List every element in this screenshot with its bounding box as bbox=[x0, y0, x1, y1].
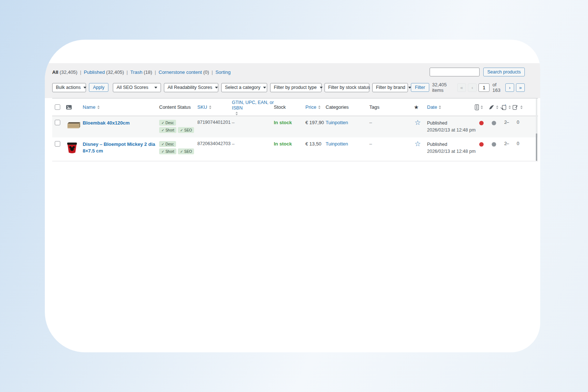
next-page-button[interactable]: › bbox=[505, 83, 514, 92]
featured-star-toggle[interactable]: ☆ bbox=[412, 116, 427, 126]
view-trash-link[interactable]: Trash (18) bbox=[130, 69, 153, 75]
seo-scores-select[interactable]: All SEO Scores bbox=[113, 83, 161, 92]
date-cell: Published 2026/02/13 at 12:48 pm bbox=[427, 137, 475, 155]
stock-status-select[interactable]: Filter by stock status bbox=[325, 83, 369, 92]
featured-star-toggle[interactable]: ☆ bbox=[412, 137, 427, 147]
sku-value: 8720634042703 bbox=[197, 137, 232, 146]
product-type-select[interactable]: Filter by product type bbox=[270, 83, 322, 92]
product-name-link[interactable]: Disney – Bloempot Mickey 2 dia 8×7.5 cm bbox=[83, 141, 159, 154]
separator: | bbox=[126, 69, 128, 75]
filter-button[interactable]: Filter bbox=[411, 83, 429, 92]
category-link[interactable]: Tuinpotten bbox=[326, 141, 348, 147]
sort-arrows-icon bbox=[209, 105, 211, 109]
thumbnail-column-header bbox=[66, 105, 83, 109]
chevron-down-icon bbox=[263, 87, 266, 89]
tags-column-header: Tags bbox=[369, 104, 412, 110]
price-value: € 13,50 bbox=[305, 137, 326, 147]
readability-gray-dot-icon bbox=[492, 142, 496, 147]
seo-score-indicator bbox=[475, 137, 489, 148]
products-table: Name Content Status SKU GTIN, UPC, EAN, … bbox=[52, 98, 538, 161]
seo-score-red-dot-icon bbox=[479, 142, 484, 147]
star-icon: ★ bbox=[414, 104, 419, 111]
readability-score-column-header[interactable] bbox=[489, 105, 501, 110]
current-page-input[interactable] bbox=[478, 83, 490, 92]
star-outline-icon: ☆ bbox=[415, 119, 421, 126]
last-page-button[interactable]: » bbox=[516, 83, 525, 92]
gtin-value: – bbox=[232, 137, 274, 147]
table-header-row: Name Content Status SKU GTIN, UPC, EAN, … bbox=[52, 98, 538, 116]
pagination: 32,405 items « ‹ of 163 › » bbox=[432, 82, 525, 93]
seo-score-traffic-light-icon bbox=[475, 104, 479, 110]
date-column-header[interactable]: Date bbox=[427, 104, 475, 110]
categories-column-header: Categories bbox=[326, 104, 369, 110]
sku-column-header[interactable]: SKU bbox=[197, 104, 232, 110]
price-column-header[interactable]: Price bbox=[305, 104, 326, 110]
row-checkbox[interactable] bbox=[55, 141, 60, 147]
sku-value: 8719074401201 bbox=[197, 116, 232, 125]
table-row: Disney – Bloempot Mickey 2 dia 8×7.5 cm … bbox=[52, 137, 538, 161]
view-published-link[interactable]: Published (32,405) bbox=[84, 69, 124, 75]
category-link[interactable]: Tuinpotten bbox=[326, 120, 348, 125]
category-select[interactable]: Select a category bbox=[221, 83, 267, 92]
view-cornerstone-link[interactable]: Cornerstone content (0) bbox=[159, 69, 209, 75]
gtin-column-header[interactable]: GTIN, UPC, EAN, or ISBN bbox=[232, 99, 274, 115]
separator: | bbox=[212, 69, 213, 75]
outgoing-links-count: 0 bbox=[512, 137, 526, 146]
separator: | bbox=[80, 69, 81, 75]
mickey-pot-image bbox=[66, 141, 78, 154]
seo-score-column-header[interactable] bbox=[475, 104, 489, 110]
incoming-links-count: 2– bbox=[501, 116, 512, 125]
sort-arrows-icon bbox=[97, 105, 100, 109]
product-name-link[interactable]: Bloembak 40x120cm bbox=[83, 120, 130, 126]
product-thumbnail[interactable] bbox=[66, 137, 83, 155]
chevron-down-icon bbox=[320, 87, 323, 89]
total-pages-label: of 163 bbox=[492, 82, 502, 93]
content-status-badges: ✓ Desc ✓ Short ✓ SEO bbox=[159, 120, 194, 133]
items-count: 32,405 items bbox=[432, 82, 452, 93]
product-thumbnail[interactable] bbox=[66, 116, 83, 132]
view-all-link[interactable]: All (32,405) bbox=[52, 69, 78, 75]
seo-score-indicator bbox=[475, 116, 489, 126]
table-scrollbar[interactable] bbox=[536, 98, 537, 161]
star-outline-icon: ☆ bbox=[415, 140, 421, 148]
sort-arrows-icon bbox=[481, 105, 483, 109]
readability-scores-select[interactable]: All Readability Scores bbox=[164, 83, 218, 92]
tags-value: – bbox=[369, 116, 412, 125]
outgoing-links-icon bbox=[512, 104, 519, 110]
outgoing-links-count: 0 bbox=[512, 116, 526, 125]
readability-feather-icon bbox=[489, 105, 494, 110]
row-checkbox[interactable] bbox=[55, 120, 60, 125]
scrollbar-thumb[interactable] bbox=[536, 133, 537, 161]
chevron-down-icon bbox=[154, 87, 157, 89]
view-sorting-link[interactable]: Sorting bbox=[215, 69, 230, 75]
name-column-header[interactable]: Name bbox=[83, 104, 159, 110]
search-products-button[interactable]: Search products bbox=[483, 68, 525, 76]
image-icon bbox=[66, 105, 72, 109]
select-all-checkbox[interactable] bbox=[55, 104, 60, 110]
apply-button[interactable]: Apply bbox=[89, 83, 108, 92]
desc-badge: ✓ Desc bbox=[159, 120, 176, 126]
svg-text:*: * bbox=[505, 104, 506, 107]
sort-arrows-icon bbox=[496, 105, 498, 109]
incoming-links-icon: * bbox=[501, 104, 507, 110]
stock-column-header: Stock bbox=[274, 104, 305, 110]
stock-status: In stock bbox=[274, 141, 292, 147]
short-badge: ✓ Short bbox=[159, 148, 176, 154]
first-page-button[interactable]: « bbox=[457, 83, 466, 92]
readability-score-indicator bbox=[489, 137, 501, 148]
brand-select[interactable]: Filter by brand bbox=[372, 83, 408, 92]
incoming-links-column-header[interactable]: * bbox=[501, 104, 512, 110]
content-status-badges: ✓ Desc ✓ Short ✓ SEO bbox=[159, 141, 194, 154]
content-status-column-header: Content Status bbox=[159, 104, 197, 110]
featured-column-header: ★ bbox=[412, 104, 427, 111]
search-products-input[interactable] bbox=[430, 68, 480, 76]
sort-arrows-icon bbox=[439, 105, 441, 109]
prev-page-button[interactable]: ‹ bbox=[468, 83, 477, 92]
sort-arrows-icon bbox=[520, 105, 523, 109]
outgoing-links-column-header[interactable] bbox=[512, 104, 526, 110]
seo-badge: ✓ SEO bbox=[178, 127, 194, 133]
sort-arrows-icon bbox=[509, 105, 511, 109]
bulk-actions-select[interactable]: Bulk actions bbox=[52, 83, 86, 92]
date-cell: Published 2026/02/13 at 12:48 pm bbox=[427, 116, 475, 134]
seo-badge: ✓ SEO bbox=[178, 148, 194, 154]
